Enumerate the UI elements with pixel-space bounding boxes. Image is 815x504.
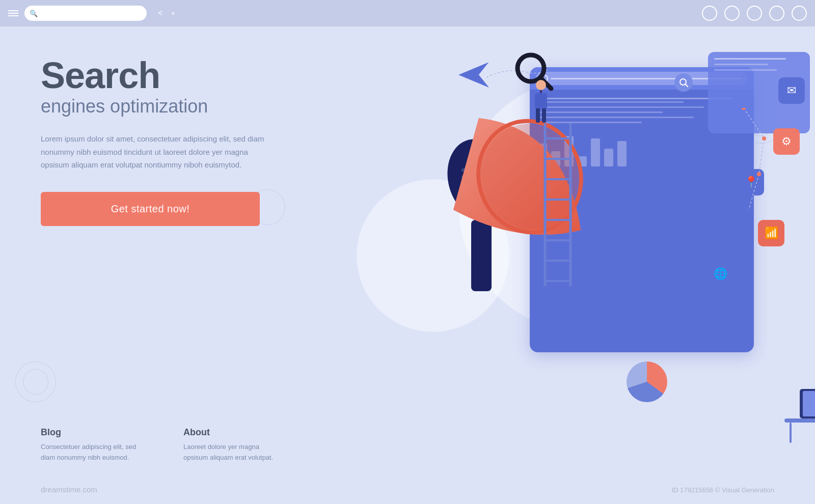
circle-btn-5[interactable]	[792, 6, 807, 21]
circle-btn-2[interactable]	[724, 6, 740, 21]
hamburger-icon[interactable]	[8, 10, 18, 16]
person-figure	[535, 80, 547, 123]
left-panel: Search engines optimization Lorem ipsum …	[41, 57, 295, 226]
svg-point-4	[762, 136, 766, 141]
desk-leg-l	[790, 423, 792, 443]
search-input[interactable]	[41, 10, 142, 17]
svg-line-29	[685, 84, 688, 87]
person-torso	[535, 93, 547, 108]
search-float-icon	[674, 73, 693, 92]
svg-line-0	[744, 108, 764, 138]
illustration: ✉ ⚙ 📍 📶 🌐	[357, 26, 815, 504]
person-legs-wrap	[535, 108, 547, 123]
search-bar-icon: 🔍	[30, 10, 38, 17]
share-icon[interactable]: <	[158, 9, 162, 18]
wifi-float-icon: 📶	[758, 220, 784, 246]
laptop-screen	[803, 391, 815, 416]
about-title: About	[183, 427, 285, 438]
globe-float-icon: 🌐	[707, 261, 734, 287]
desk-surface	[784, 418, 815, 423]
circle-btn-4[interactable]	[769, 6, 784, 21]
person-head	[536, 80, 546, 90]
cta-button[interactable]: Get started now!	[41, 192, 260, 226]
svg-line-2	[749, 174, 759, 210]
main-content: Search engines optimization Lorem ipsum …	[0, 26, 815, 504]
search-bar: 🔍	[24, 6, 147, 21]
person-leg-l	[536, 108, 540, 123]
ladder-svg	[540, 123, 576, 286]
circle-buttons	[702, 6, 807, 21]
circle-btn-1[interactable]	[702, 6, 717, 21]
bottom-links: Blog Consectetuer adipiscing elit, sed d…	[41, 427, 285, 463]
watermark-left: dreamstime.com	[41, 485, 97, 494]
about-section: About Laoreet dolore yer magna opsisum a…	[183, 427, 285, 463]
svg-rect-8	[471, 220, 492, 291]
person-leg-r	[542, 108, 546, 123]
laptop-body	[800, 389, 815, 418]
browser-bar: 🔍 < ⚬	[0, 0, 815, 26]
hero-heading-bold: Search	[41, 55, 160, 96]
svg-line-1	[759, 138, 764, 174]
chart-bar-7	[617, 141, 627, 166]
about-text: Laoreet dolore yer magna opsisum aliquam…	[183, 442, 285, 463]
blog-title: Blog	[41, 427, 143, 438]
deco-swirl-2	[23, 369, 48, 395]
gear-float-icon: ⚙	[773, 128, 800, 155]
email-float-icon: ✉	[778, 77, 805, 104]
svg-point-3	[742, 108, 746, 110]
user-icon[interactable]: ⚬	[170, 9, 176, 18]
blog-text: Consectetuer adipiscing elit, sed diam n…	[41, 442, 143, 463]
pie-chart	[627, 361, 667, 402]
browser-icon-group: < ⚬	[158, 9, 176, 18]
chart-bar-6	[604, 149, 613, 166]
svg-point-5	[757, 172, 761, 176]
connecting-lines	[713, 108, 774, 210]
blog-section: Blog Consectetuer adipiscing elit, sed d…	[41, 427, 143, 463]
hero-body-text: Lorem ipsum dolor sit amet, consectetuer…	[41, 132, 265, 172]
circle-btn-3[interactable]	[747, 6, 762, 21]
hero-heading-sub: engines optimization	[41, 96, 295, 117]
desk-legs	[790, 423, 815, 443]
